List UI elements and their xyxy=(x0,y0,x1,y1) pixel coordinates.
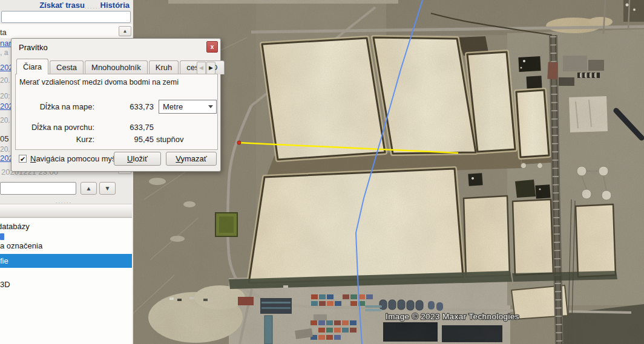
clear-button[interactable]: Vymazať xyxy=(166,152,217,166)
history-entry-fragment: 20. xyxy=(0,145,10,154)
heading-label: Kurz: xyxy=(16,135,94,144)
save-button[interactable]: Uložiť xyxy=(114,152,161,166)
heading-unit: stupňov xyxy=(156,135,184,144)
search-results-strip xyxy=(0,24,132,38)
history-entry-fragment: 20: xyxy=(0,92,10,100)
history-entry-fragment: 20. xyxy=(0,76,10,85)
tab-path[interactable]: Cesta xyxy=(50,60,84,74)
mouse-navigation-checkbox[interactable]: ✔ xyxy=(19,155,27,163)
measure-description: Merať vzdialenosť medzi dvoma bodmi na z… xyxy=(19,78,179,86)
tabs-scroll-left-icon[interactable]: ◀ xyxy=(197,62,206,74)
chevron-down-icon xyxy=(208,105,213,108)
unit-dropdown-value: Metre xyxy=(163,102,183,111)
layer-item-database[interactable]: databázy xyxy=(0,222,30,231)
layer-item-3d-buildings[interactable]: 3D xyxy=(0,280,10,289)
ruler-tab-pane: Merať vzdialenosť medzi dvoma bodmi na z… xyxy=(15,74,218,150)
search-panel-links: Získať trasu História xyxy=(0,0,132,10)
results-scroll-up-button[interactable]: ▲ xyxy=(119,26,131,36)
ground-length-label: Dĺžka na povrchu: xyxy=(16,123,94,132)
selected-layer-label: fie xyxy=(0,256,8,265)
mouse-navigation-label: Navigácia pomocou myši xyxy=(30,154,118,163)
clear-button-label: Vymazať xyxy=(166,152,216,165)
unit-dropdown[interactable]: Metre xyxy=(159,100,217,114)
tab-circle[interactable]: Kruh xyxy=(149,60,179,74)
tab-polygon[interactable]: Mnohouholník xyxy=(85,60,148,74)
ruler-dialog: Pravítko x Čiara Cesta Mnohouholník Kruh… xyxy=(11,38,221,172)
result-meta-fragment: , a xyxy=(0,48,8,57)
result-link-fragment[interactable]: nar xyxy=(0,39,12,48)
save-button-label: Uložiť xyxy=(114,152,160,165)
places-filter-input[interactable] xyxy=(0,182,76,195)
result-text-fragment: ta xyxy=(0,28,7,37)
heading-value: 95,45 xyxy=(98,135,154,144)
dialog-title: Pravítko xyxy=(19,43,48,52)
layers-panel-header xyxy=(0,204,132,218)
layer-item-selected[interactable]: fie xyxy=(0,254,132,268)
map-length-label: Dĺžka na mape: xyxy=(16,102,94,111)
get-directions-link[interactable]: Získať trasu xyxy=(39,1,85,10)
map-length-value: 633,73 xyxy=(98,102,154,111)
search-input[interactable] xyxy=(1,11,131,23)
ruler-tabs: Čiara Cesta Mnohouholník Kruh cesta 3D xyxy=(16,59,226,74)
move-up-button[interactable]: ▲ xyxy=(80,182,97,195)
tab-line[interactable]: Čiara xyxy=(16,59,48,74)
history-link[interactable]: História xyxy=(100,1,130,10)
map-attribution: Image © 2023 Maxar Technologies xyxy=(386,312,519,321)
close-icon[interactable]: x xyxy=(206,41,218,53)
layers-list: databázy a označenia 3D xyxy=(0,218,132,344)
layer-item-labels[interactable]: a označenia xyxy=(0,241,42,250)
panel-grip-dots[interactable]: ...... xyxy=(85,5,101,8)
ground-length-value: 633,75 xyxy=(98,123,154,132)
history-entry-fragment: 20. xyxy=(0,116,10,125)
move-down-button[interactable]: ▼ xyxy=(99,182,116,195)
layer-icon-fragment xyxy=(0,233,4,240)
tabs-scroll-right-icon[interactable]: ▶ xyxy=(206,62,215,74)
google-earth-window: Image © 2023 Maxar Technologies Získať t… xyxy=(0,0,644,344)
dialog-footer: ✔ Navigácia pomocou myši Uložiť Vymazať xyxy=(12,152,220,167)
